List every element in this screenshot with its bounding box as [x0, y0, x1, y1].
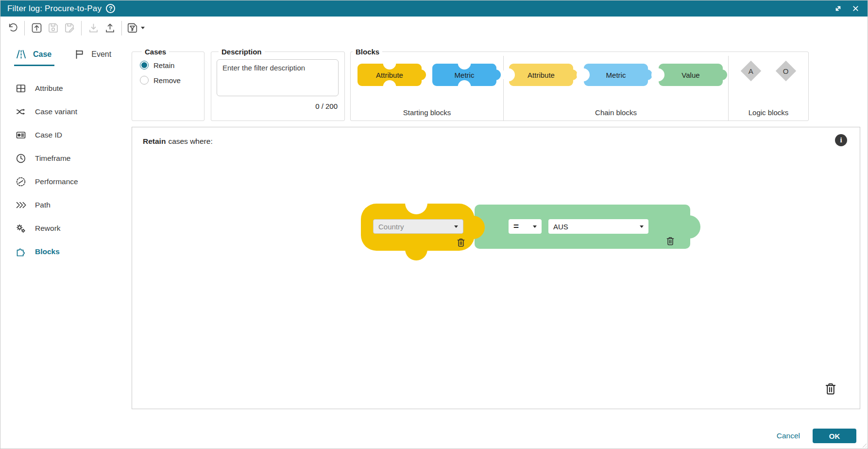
- starting-blocks-caption: Starting blocks: [351, 108, 503, 117]
- cases-legend: Cases: [142, 48, 169, 56]
- chevron-down-icon: [454, 225, 458, 228]
- palette-chain-metric-block[interactable]: Metric: [584, 64, 648, 86]
- sidebar-item-case-variant[interactable]: Case variant: [15, 100, 132, 123]
- radio-icon: [140, 61, 149, 69]
- starting-blocks-group: Attribute Metric Starting blocks: [351, 56, 503, 121]
- footer: Cancel OK: [777, 429, 856, 443]
- palette-logic-or-block[interactable]: O: [776, 61, 796, 81]
- blocks-palette-fieldset: Blocks Attribute Metric Starting blocks: [350, 48, 809, 121]
- gears-icon: [15, 223, 27, 234]
- close-button[interactable]: [850, 3, 861, 14]
- open-box-icon: [31, 22, 43, 34]
- attribute-block-delete-button[interactable]: [456, 237, 466, 248]
- sidebar-items: Attribute Case variant Case ID: [15, 77, 132, 263]
- gauge-icon: [15, 176, 27, 188]
- undo-button[interactable]: [5, 21, 20, 35]
- trash-icon: [665, 236, 676, 246]
- trash-icon: [823, 381, 838, 396]
- tab-label: Event: [91, 50, 111, 59]
- info-icon[interactable]: i: [835, 134, 847, 146]
- puzzle-icon: [15, 246, 27, 258]
- sidebar-item-attribute[interactable]: Attribute: [15, 77, 132, 100]
- sidebar-item-rework[interactable]: Rework: [15, 217, 132, 240]
- chevron-down-icon: [640, 225, 644, 228]
- canvas-delete-button[interactable]: [823, 381, 838, 396]
- radio-icon: [140, 76, 149, 85]
- tab-label: Case: [33, 50, 51, 59]
- description-fieldset: Description 0 / 200: [211, 48, 345, 121]
- retain-radio[interactable]: Retain: [140, 61, 204, 69]
- filter-icon: [126, 22, 138, 34]
- save-edit-icon: [64, 22, 76, 34]
- sidebar-item-path[interactable]: Path: [15, 193, 132, 217]
- save-button[interactable]: [46, 21, 60, 35]
- toolbar: [0, 17, 868, 39]
- attribute-select[interactable]: Country: [373, 219, 463, 234]
- ok-button[interactable]: OK: [813, 429, 856, 443]
- retain-clause-label: Retaincases where:: [143, 137, 213, 146]
- remove-radio[interactable]: Remove: [140, 76, 204, 85]
- trash-icon: [456, 237, 466, 248]
- blocks-legend: Blocks: [353, 48, 382, 56]
- value-block[interactable]: = AUS: [475, 205, 690, 249]
- dialog-title: Filter log: Procure-to-Pay: [7, 4, 102, 14]
- flag-icon: [74, 49, 85, 60]
- filter-caret-icon: [141, 27, 145, 29]
- chevrons-icon: [15, 199, 27, 211]
- filter-menu-button[interactable]: [126, 21, 145, 35]
- help-icon[interactable]: ?: [106, 4, 115, 13]
- tab-case[interactable]: Case: [15, 48, 51, 66]
- operator-select[interactable]: =: [509, 219, 542, 234]
- description-legend: Description: [219, 48, 265, 56]
- road-icon: [15, 48, 27, 60]
- download-icon: [87, 22, 100, 34]
- upload-button[interactable]: [102, 21, 117, 35]
- expand-icon: [834, 4, 842, 13]
- sidebar-item-case-id[interactable]: Case ID: [15, 123, 132, 147]
- value-select[interactable]: AUS: [548, 219, 648, 234]
- palette-starting-metric-block[interactable]: Metric: [432, 64, 496, 86]
- palette-starting-attribute-block[interactable]: Attribute: [357, 64, 422, 86]
- logic-blocks-group: A O Logic blocks: [729, 56, 808, 121]
- filter-dialog: Filter log: Procure-to-Pay ?: [0, 0, 868, 449]
- sidebar-item-blocks[interactable]: Blocks: [15, 240, 132, 263]
- description-textarea[interactable]: [217, 59, 339, 96]
- attribute-block[interactable]: Country: [361, 204, 475, 251]
- undo-icon: [7, 22, 19, 34]
- tab-event[interactable]: Event: [74, 48, 111, 66]
- save-icon: [47, 22, 59, 34]
- chain-blocks-caption: Chain blocks: [504, 108, 728, 117]
- cases-fieldset: Cases Retain Remove: [132, 48, 204, 121]
- value-block-delete-button[interactable]: [665, 236, 676, 246]
- sidebar-item-performance[interactable]: Performance: [15, 170, 132, 193]
- filter-canvas[interactable]: Retaincases where: i Country =: [132, 127, 860, 409]
- expand-button[interactable]: [833, 3, 843, 14]
- titlebar: Filter log: Procure-to-Pay ?: [0, 0, 868, 17]
- sidebar-tabs: Case Event: [15, 48, 132, 66]
- cancel-button[interactable]: Cancel: [777, 432, 800, 440]
- open-button[interactable]: [29, 21, 44, 35]
- sidebar-item-timeframe[interactable]: Timeframe: [15, 147, 132, 170]
- palette-chain-value-block[interactable]: Value: [659, 64, 723, 86]
- id-card-icon: [15, 129, 27, 141]
- save-as-button[interactable]: [62, 21, 77, 35]
- shuffle-icon: [15, 106, 27, 118]
- table-icon: [15, 83, 27, 94]
- clock-icon: [15, 153, 27, 164]
- char-counter: 0 / 200: [217, 102, 339, 110]
- upload-icon: [104, 22, 116, 34]
- download-button[interactable]: [86, 21, 101, 35]
- sidebar: Case Event Attribute: [0, 39, 132, 263]
- palette-logic-and-block[interactable]: A: [741, 61, 761, 81]
- close-icon: [852, 5, 859, 12]
- logic-blocks-caption: Logic blocks: [729, 108, 808, 117]
- palette-chain-attribute-block[interactable]: Attribute: [509, 64, 573, 86]
- chain-blocks-group: Attribute Metric Value Chain blocks: [503, 56, 729, 121]
- chevron-down-icon: [533, 225, 537, 228]
